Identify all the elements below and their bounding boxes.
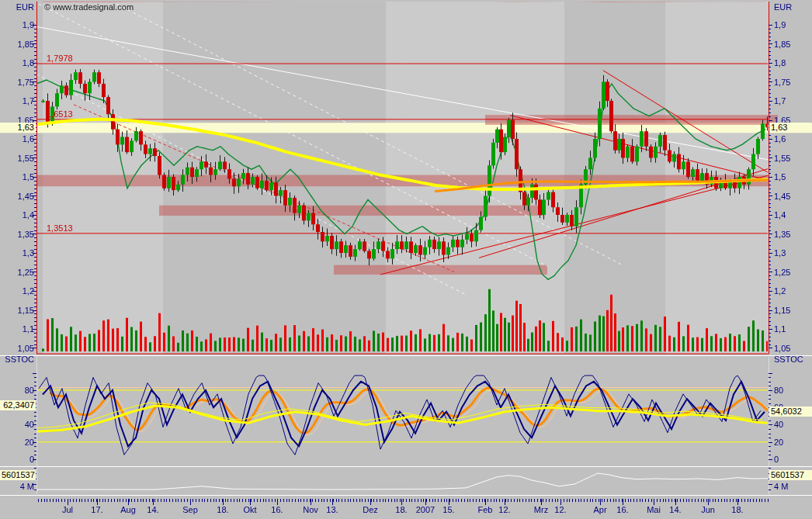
date-label-6: Okt — [234, 505, 265, 514]
sstoc-tick-right-40: 40 — [774, 420, 783, 429]
level-label-16513: 1,6513 — [47, 109, 73, 119]
sstoc-panel-label-left: SSTOC — [2, 355, 34, 364]
volume-gridline-label-left: 4 M — [2, 482, 34, 491]
sstoc-tick-right-20: 20 — [774, 438, 783, 447]
date-label-9: 13. — [317, 505, 348, 514]
chart-canvas[interactable] — [0, 0, 812, 519]
date-label-17: 12. — [545, 505, 576, 514]
date-label-5: 18. — [207, 505, 238, 514]
price-tick-right-1,35: 1,35 — [774, 230, 790, 239]
price-tick-right-1,4: 1,4 — [774, 210, 786, 220]
price-tick-left-1,15: 1,15 — [2, 306, 34, 315]
sstoc-tick-left-0: 0 — [2, 455, 34, 464]
price-tick-left-1,5: 1,5 — [2, 172, 34, 182]
date-label-22: Jun — [692, 505, 724, 514]
volume-gridline-label-right: 4 M — [774, 482, 788, 491]
tradesignal-chart-window: EUR EUR © www.tradesignal.com 1,7978 1,6… — [0, 0, 812, 519]
level-label-17978: 1,7978 — [47, 54, 73, 63]
price-tick-left-1,35: 1,35 — [2, 230, 34, 239]
current-price-box-right: 1,63 — [769, 123, 810, 133]
price-tick-right-1,45: 1,45 — [774, 192, 790, 201]
price-tick-left-1,85: 1,85 — [2, 40, 34, 49]
price-tick-right-1,7: 1,7 — [774, 96, 786, 106]
price-tick-right-1,2: 1,2 — [774, 286, 786, 296]
price-tick-right-1,55: 1,55 — [774, 154, 790, 163]
price-tick-right-1,85: 1,85 — [774, 40, 790, 49]
volume-value-box-right: 5601537 — [769, 470, 812, 480]
price-axis-unit-right: EUR — [774, 2, 792, 12]
price-tick-left-1,2: 1,2 — [2, 286, 34, 296]
date-label-1: 17. — [82, 505, 113, 514]
date-label-10: Dez — [355, 505, 386, 514]
price-tick-right-1,8: 1,8 — [774, 58, 786, 67]
date-label-0: Jul — [52, 505, 83, 514]
price-tick-left-1,3: 1,3 — [2, 248, 34, 258]
price-tick-left-1,75: 1,75 — [2, 78, 34, 87]
price-tick-left-1,05: 1,05 — [2, 344, 34, 353]
price-tick-left-1,4: 1,4 — [2, 210, 34, 220]
date-label-4: Sep — [175, 505, 206, 514]
date-label-7: 16. — [262, 505, 293, 514]
sstoc-value-box-left: 62,3407 — [0, 400, 36, 410]
level-label-13513: 1,3513 — [47, 223, 73, 233]
price-tick-left-1,1: 1,1 — [2, 324, 34, 334]
sstoc-panel-label-right: SSTOC — [774, 355, 803, 364]
price-tick-left-1,9: 1,9 — [2, 20, 34, 29]
price-tick-right-1,25: 1,25 — [774, 268, 790, 277]
date-label-13: 15. — [433, 505, 464, 514]
date-label-3: 14. — [137, 505, 168, 514]
volume-value-box-left: 5601537 — [0, 470, 36, 480]
sstoc-tick-right-0: 0 — [774, 455, 779, 464]
sstoc-tick-right-80: 80 — [774, 386, 783, 395]
date-label-23: 18. — [722, 505, 753, 514]
current-price-box-left: 1,63 — [0, 123, 36, 133]
price-tick-left-1,8: 1,8 — [2, 58, 34, 67]
price-tick-right-1,5: 1,5 — [774, 172, 786, 182]
price-tick-left-1,7: 1,7 — [2, 96, 34, 106]
price-tick-left-1,25: 1,25 — [2, 268, 34, 277]
price-tick-right-1,3: 1,3 — [774, 248, 786, 258]
date-label-15: 12. — [489, 505, 520, 514]
price-tick-left-1,6: 1,6 — [2, 134, 34, 144]
price-axis-unit-left: EUR — [2, 2, 34, 12]
date-label-19: 16. — [607, 505, 638, 514]
date-label-21: 14. — [660, 505, 691, 514]
price-tick-right-1,1: 1,1 — [774, 324, 786, 334]
price-tick-right-1,6: 1,6 — [774, 134, 786, 144]
sstoc-tick-left-80: 80 — [2, 386, 34, 395]
price-tick-right-1,9: 1,9 — [774, 20, 786, 29]
sstoc-tick-left-40: 40 — [2, 420, 34, 429]
price-tick-right-1,75: 1,75 — [774, 78, 790, 87]
price-tick-left-1,55: 1,55 — [2, 154, 34, 163]
sstoc-value-box-right: 54,6032 — [769, 407, 812, 417]
price-tick-right-1,05: 1,05 — [774, 344, 790, 353]
sstoc-tick-left-20: 20 — [2, 438, 34, 447]
watermark: © www.tradesignal.com — [44, 2, 134, 12]
price-tick-right-1,15: 1,15 — [774, 306, 790, 315]
price-tick-left-1,45: 1,45 — [2, 192, 34, 201]
